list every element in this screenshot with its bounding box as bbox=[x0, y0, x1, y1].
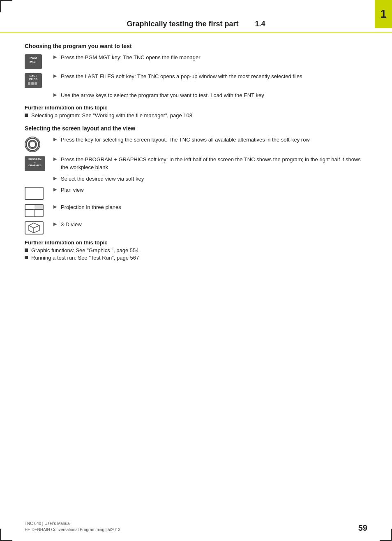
svg-rect-2 bbox=[35, 82, 37, 85]
arrow-6: ▶ bbox=[53, 175, 61, 181]
bullet-3 bbox=[25, 256, 28, 259]
icon-last-files-cell: LAST FILES bbox=[25, 72, 53, 88]
svg-point-4 bbox=[29, 141, 36, 148]
further-info-heading-1: Further information on this topic bbox=[25, 104, 367, 111]
footer-page-number: 59 bbox=[358, 523, 367, 533]
arrow-5: ▶ bbox=[53, 156, 61, 162]
further-info-item-3: Running a test run: See "Test Run", page… bbox=[25, 255, 367, 261]
section-heading-2: Selecting the screen layout and the view bbox=[25, 125, 367, 132]
screen-layout-icon bbox=[25, 137, 40, 152]
corner-decoration-tl bbox=[0, 0, 12, 12]
instruction-text-arrow-keys: Use the arrow keys to select the program… bbox=[61, 91, 367, 100]
pgm-mgt-icon: PGM MGT bbox=[25, 54, 42, 69]
plan-view-icon bbox=[25, 187, 44, 200]
arrow-8: ▶ bbox=[53, 203, 61, 209]
footer-left: TNC 640 | User's Manual HEIDENHAIN Conve… bbox=[25, 520, 120, 533]
main-content: Choosing the program you want to test PG… bbox=[25, 41, 367, 516]
page-header: Graphically testing the first part 1.4 bbox=[0, 20, 392, 33]
svg-rect-5 bbox=[25, 187, 43, 200]
arrow-2: ▶ bbox=[53, 72, 61, 79]
icon-three-planes-cell bbox=[25, 203, 53, 217]
further-info-2: Further information on this topic Graphi… bbox=[25, 239, 367, 261]
instruction-text-3d-view: 3-D view bbox=[61, 221, 367, 229]
instruction-plan-view: ▶ Plan view bbox=[25, 186, 367, 200]
icon-pgm-mgt-cell: PGM MGT bbox=[25, 53, 53, 69]
instruction-text-pgm-mgt: Press the PGM MGT key: The TNC opens the… bbox=[61, 53, 367, 62]
instruction-three-planes: ▶ Projection in three planes bbox=[25, 203, 367, 217]
screen-layout-svg bbox=[25, 137, 39, 151]
arrow-3: ▶ bbox=[53, 91, 61, 98]
icon-plan-view-cell bbox=[25, 186, 53, 200]
instruction-program-graphics: PROGRAM + GRAPHICS ▶ Press the PROGRAM +… bbox=[25, 156, 367, 172]
instruction-text-plan-view: Plan view bbox=[61, 186, 367, 194]
instruction-text-program-graphics: Press the PROGRAM + GRAPHICS soft key: I… bbox=[61, 156, 367, 172]
icon-program-graphics-cell: PROGRAM + GRAPHICS bbox=[25, 156, 53, 171]
arrow-9: ▶ bbox=[53, 221, 61, 227]
instruction-text-select-view: Select the desired view via soft key bbox=[61, 175, 367, 183]
arrow-4: ▶ bbox=[53, 136, 61, 142]
last-files-decoration bbox=[27, 81, 39, 86]
program-graphics-icon: PROGRAM + GRAPHICS bbox=[25, 156, 45, 171]
3d-view-icon bbox=[25, 221, 44, 235]
instruction-pgm-mgt: PGM MGT ▶ Press the PGM MGT key: The TNC… bbox=[25, 53, 367, 69]
instruction-screen-layout: ▶ Press the key for selecting the screen… bbox=[25, 136, 367, 152]
section-screen-layout: Selecting the screen layout and the view… bbox=[25, 125, 367, 261]
corner-decoration-br bbox=[380, 529, 392, 541]
instruction-text-three-planes: Projection in three planes bbox=[61, 203, 367, 211]
svg-point-3 bbox=[26, 138, 39, 151]
further-info-1: Further information on this topic Select… bbox=[25, 104, 367, 118]
icon-screen-layout-cell bbox=[25, 136, 53, 152]
further-info-item-2: Graphic functions: See "Graphics ", page… bbox=[25, 247, 367, 253]
footer-subtitle: HEIDENHAIN Conversational Programming | … bbox=[25, 527, 120, 533]
section-heading-1: Choosing the program you want to test bbox=[25, 43, 367, 49]
instruction-text-screen-layout: Press the key for selecting the screen l… bbox=[61, 136, 367, 144]
page-header-number: 1.4 bbox=[255, 20, 265, 28]
page-header-title: Graphically testing the first part bbox=[127, 20, 238, 28]
further-info-item-1: Selecting a program: See "Working with t… bbox=[25, 112, 367, 118]
svg-rect-9 bbox=[35, 205, 43, 209]
icon-3d-view-cell bbox=[25, 221, 53, 235]
arrow-1: ▶ bbox=[53, 53, 61, 60]
three-planes-icon bbox=[25, 204, 44, 217]
footer-product: TNC 640 | User's Manual bbox=[25, 520, 120, 527]
further-info-heading-2: Further information on this topic bbox=[25, 239, 367, 246]
instruction-last-files: LAST FILES ▶ Press the LAST FILES soft k… bbox=[25, 72, 367, 88]
bullet-2 bbox=[25, 248, 28, 252]
page-footer: TNC 640 | User's Manual HEIDENHAIN Conve… bbox=[25, 520, 367, 533]
svg-rect-0 bbox=[28, 82, 30, 85]
last-files-icon: LAST FILES bbox=[25, 73, 42, 88]
bullet-1 bbox=[25, 114, 28, 117]
instruction-3d-view: ▶ 3-D view bbox=[25, 221, 367, 235]
instruction-text-last-files: Press the LAST FILES soft key: The TNC o… bbox=[61, 72, 367, 81]
instruction-select-view: ▶ Select the desired view via soft key bbox=[25, 175, 367, 183]
section-choosing-program: Choosing the program you want to test PG… bbox=[25, 43, 367, 118]
svg-rect-1 bbox=[31, 82, 34, 85]
instruction-arrow-keys: ▶ Use the arrow keys to select the progr… bbox=[25, 91, 367, 100]
corner-decoration-bl bbox=[0, 529, 12, 541]
arrow-7: ▶ bbox=[53, 186, 61, 192]
